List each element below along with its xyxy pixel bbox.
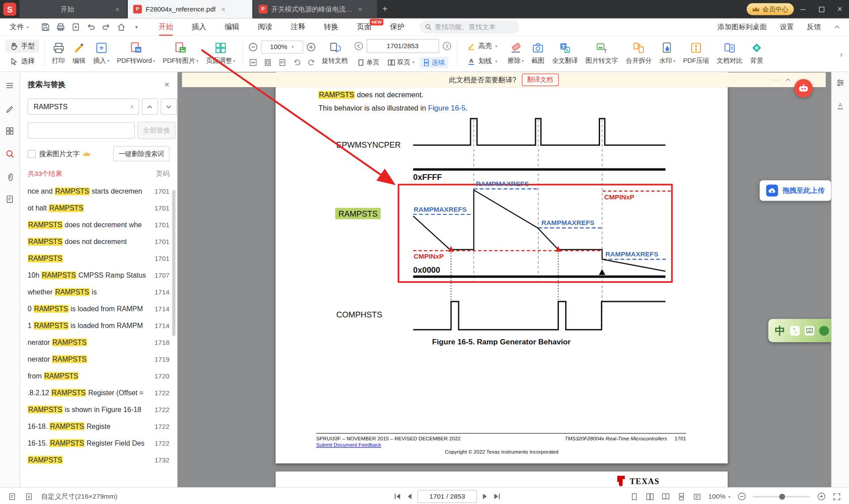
zoom-level-dropdown[interactable]: 100%▾ <box>261 40 303 53</box>
ime-keyboard-icon[interactable] <box>805 326 815 336</box>
search-result-item[interactable]: 0 RAMPSTS is loaded from RAMPM 1714 <box>27 301 169 317</box>
search-image-text-checkbox[interactable] <box>27 150 35 158</box>
book-view-icon[interactable] <box>661 492 670 501</box>
search-result-item[interactable]: .8.2.12 RAMPSTS Register (Offset = 1722 <box>27 384 169 401</box>
panel-menu-icon[interactable] <box>4 80 16 92</box>
translate-panel-icon[interactable]: A <box>836 101 845 112</box>
search-result-item[interactable]: 1 RAMPSTS is loaded from RAMPM 1714 <box>27 317 169 334</box>
home-icon[interactable] <box>115 21 127 33</box>
zoom-slider[interactable] <box>753 496 810 497</box>
search-result-item[interactable]: nerator RAMPSTS 1719 <box>27 351 169 367</box>
rotate-document-button[interactable]: 旋转文档 <box>318 38 352 69</box>
statusbar-zoom-value[interactable]: 100%▾ <box>708 493 730 500</box>
panel-close-icon[interactable]: × <box>164 80 169 90</box>
zoom-in-icon[interactable] <box>306 42 315 52</box>
merge-split-button[interactable]: 合并拆分 <box>622 38 655 69</box>
settings-button[interactable]: 设置 <box>780 22 794 32</box>
replace-input[interactable] <box>32 126 130 135</box>
rotate-right-icon[interactable] <box>307 57 316 67</box>
page-style-icon[interactable] <box>8 492 17 501</box>
search-result-item[interactable]: RAMPSTS 1701 <box>27 250 169 267</box>
tab-close-icon[interactable]: × <box>356 5 364 14</box>
double-page-view-icon[interactable] <box>646 492 655 501</box>
menu-read[interactable]: 阅读 <box>258 19 272 36</box>
new-tab-button[interactable]: + <box>378 2 392 16</box>
double-page-mode[interactable]: 双页▾ <box>384 57 418 69</box>
panel-scrollbar-thumb[interactable] <box>172 190 175 336</box>
page-adjust-button[interactable]: 页面调整▾ <box>202 38 239 69</box>
tab-home[interactable]: 开始 × <box>19 0 126 19</box>
search-result-item[interactable]: 16-18. RAMPSTS Registe 1722 <box>27 418 169 435</box>
previous-match-button[interactable] <box>142 99 158 115</box>
search-result-item[interactable]: from RAMPSTS 1720 <box>27 367 169 384</box>
search-result-item[interactable]: RAMPSTS 1732 <box>27 451 169 468</box>
tab-close-icon[interactable]: × <box>219 5 227 14</box>
annotate-pen-icon[interactable] <box>4 102 16 114</box>
pdf-to-word-button[interactable]: W PDF转Word▾ <box>113 38 159 69</box>
tab-other-pdf[interactable]: P 开关模式电源的峰值电流模... × <box>253 0 377 19</box>
menu-comment[interactable]: 注释 <box>291 19 306 36</box>
ime-toolbar[interactable]: 中 ”, <box>769 319 831 342</box>
redo-icon[interactable] <box>100 21 112 33</box>
tab-current-pdf[interactable]: P F28004x_reference.pdf × <box>128 0 252 19</box>
single-page-view-icon[interactable] <box>630 492 639 501</box>
translate-document-button[interactable]: 翻译文档 <box>522 74 558 86</box>
next-match-button[interactable] <box>161 99 177 115</box>
previous-page-button[interactable] <box>407 493 412 500</box>
feedback-button[interactable]: 反馈 <box>807 22 821 32</box>
ime-skin-icon[interactable] <box>819 326 829 336</box>
pdf-to-image-button[interactable]: PDF转图片▾ <box>159 38 202 69</box>
zoom-in-icon[interactable] <box>817 492 826 501</box>
notification-more-icon[interactable]: ··· <box>770 76 777 84</box>
zoom-slider-thumb[interactable] <box>779 493 785 499</box>
hand-tool-button[interactable]: 手型 <box>5 39 39 52</box>
underline-button[interactable]: A 划线▾ <box>463 55 501 68</box>
ai-assistant-button[interactable] <box>794 79 813 98</box>
notes-icon[interactable] <box>4 193 16 205</box>
zoom-out-icon[interactable] <box>248 42 257 52</box>
first-page-button[interactable] <box>394 493 401 500</box>
add-desktop-shortcut[interactable]: 添加图标到桌面 <box>717 22 766 32</box>
highlight-button[interactable]: 高亮▾ <box>463 39 501 52</box>
last-page-button[interactable] <box>493 493 501 500</box>
maximize-button[interactable] <box>812 0 831 19</box>
screenshot-button[interactable]: 截图 <box>528 38 548 69</box>
toolbar-more-icon[interactable]: › <box>837 49 846 58</box>
clear-search-terms-button[interactable]: 一键删除搜索词 <box>113 146 169 161</box>
search-result-item[interactable]: whether RAMPSTS is 1714 <box>27 284 169 301</box>
thumbnails-icon[interactable] <box>4 125 16 137</box>
continuous-mode[interactable]: 连续 <box>419 57 448 69</box>
fit-page-icon[interactable] <box>263 57 272 67</box>
menu-page[interactable]: 页面NEW <box>357 19 371 36</box>
minimize-button[interactable]: ─ <box>794 0 812 19</box>
chevron-down-icon[interactable]: ▾ <box>130 21 142 33</box>
edit-button[interactable]: 编辑 <box>69 38 90 69</box>
menu-insert[interactable]: 插入 <box>191 19 206 36</box>
menu-home[interactable]: 开始 <box>159 19 173 36</box>
page-export-icon[interactable] <box>24 492 34 501</box>
zoom-out-icon[interactable] <box>737 492 746 501</box>
tab-close-icon[interactable]: × <box>114 5 121 14</box>
next-page-button[interactable] <box>482 493 488 500</box>
search-result-item[interactable]: 10h RAMPSTS CMPSS Ramp Status 1707 <box>27 267 169 284</box>
search-result-item[interactable]: RAMPSTS does not decrement whe 1701 <box>27 217 169 233</box>
search-result-item[interactable]: RAMPSTS does not decrement 1701 <box>27 233 169 250</box>
wps-logo[interactable]: S <box>3 3 16 15</box>
close-button[interactable]: × <box>830 0 849 19</box>
search-result-item[interactable]: 16-15. RAMPSTS Register Field Des 1722 <box>27 435 169 451</box>
ime-punctuation[interactable]: ”, <box>790 326 800 336</box>
page-number-input[interactable] <box>366 39 439 53</box>
compare-button[interactable]: 文档对比 <box>713 38 746 69</box>
next-view-icon[interactable] <box>442 42 451 51</box>
full-translate-button[interactable]: 文A 全文翻译 <box>548 38 582 69</box>
search-result-item[interactable]: nce and RAMPSTS starts decremen 1701 <box>27 183 169 200</box>
undo-icon[interactable] <box>85 21 97 33</box>
erase-button[interactable]: 擦除▾ <box>504 38 528 69</box>
rotate-left-icon[interactable] <box>292 57 302 67</box>
fullscreen-icon[interactable] <box>832 492 841 501</box>
menu-protect[interactable]: 保护 <box>390 19 405 36</box>
image-to-text-button[interactable]: T 图片转文字 <box>582 38 622 69</box>
watermark-button[interactable]: 水印▾ <box>655 38 679 69</box>
print-button[interactable]: 打印 <box>48 38 69 69</box>
replace-all-button[interactable]: 全部替换 <box>138 122 176 139</box>
